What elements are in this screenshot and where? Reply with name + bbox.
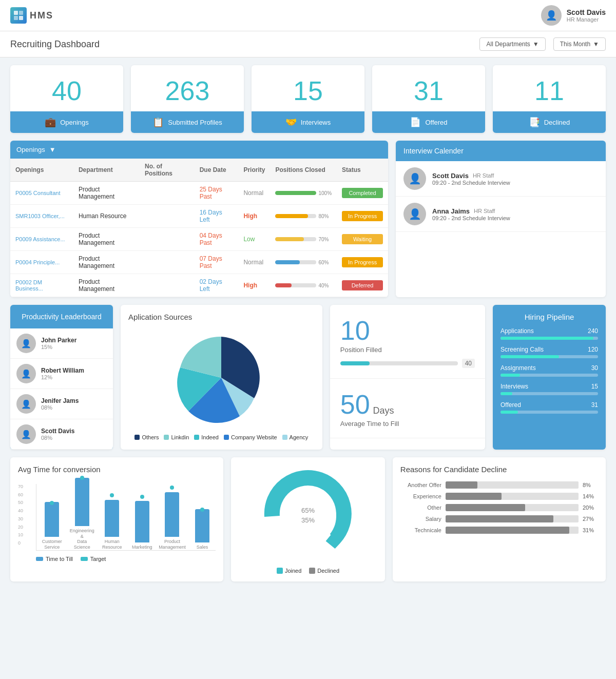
calendar-item: 👤 Anna Jaims HR Staff 09:20 - 2nd Schedu…: [396, 197, 606, 232]
bar-group: ProductManagement: [159, 486, 186, 550]
hbar-bg: [446, 493, 579, 500]
hbar-item: Other 20%: [400, 504, 598, 511]
pipeline-value: 240: [588, 327, 598, 335]
header: HMS 👤 Scott Davis HR Manager: [0, 0, 616, 31]
cell-dept: Human Resource: [73, 205, 140, 228]
table-section: Openings ▼ Openings Department No. of Po…: [10, 141, 606, 297]
leader-name: Robert William: [41, 367, 84, 374]
period-filter[interactable]: This Month ▼: [553, 37, 606, 51]
offered-number: 31: [372, 65, 485, 111]
logo-icon: [10, 7, 27, 24]
cal-info: Scott Davis HR Staff 09:20 - 2nd Schedul…: [432, 172, 510, 186]
table-row: P0004 Principle... Product Management 07…: [10, 251, 388, 274]
pipeline-value: 120: [588, 346, 598, 353]
bar-group: Engineering &Data Science: [69, 475, 96, 550]
legend-label: Agency: [290, 434, 309, 440]
pipeline-bar: [500, 411, 598, 414]
legend-item: Linkdin: [164, 434, 189, 440]
user-role: HR Manager: [567, 16, 606, 23]
bar-group: Sales: [189, 491, 216, 550]
offered-label: 📄 Offered: [372, 111, 485, 133]
cell-progress: 100%: [270, 182, 337, 205]
col-dept: Department: [73, 159, 140, 182]
cell-status: In Progress: [337, 251, 388, 274]
col-openings: Openings: [10, 159, 73, 182]
hbar-fill: [446, 481, 477, 489]
submitted-number: 263: [131, 65, 244, 111]
cell-status: In Progress: [337, 205, 388, 228]
svg-rect-1: [19, 11, 23, 15]
table-row: SMR1003 Officer,... Human Resource 16 Da…: [10, 205, 388, 228]
bar-group: CustomerService: [38, 486, 66, 550]
svg-text:35%: 35%: [301, 516, 315, 524]
department-filter[interactable]: All Departments ▼: [479, 37, 545, 51]
cell-progress: 40%: [270, 274, 337, 297]
metrics: 10 Position Filled 40 50 Days Average Ti…: [330, 305, 485, 450]
legend-dot: [224, 435, 229, 440]
position-filled-label: Position Filled: [340, 346, 475, 354]
pipeline-item: Applications 240: [500, 327, 598, 340]
chart-legend: Time to Till Target: [36, 556, 216, 562]
leader-name: Scott Davis: [41, 428, 74, 435]
interviews-label: 🤝 Interviews: [252, 111, 364, 133]
hbar-item: Experience 14%: [400, 493, 598, 500]
cell-positions: [140, 182, 195, 205]
hbar-val: 20%: [583, 505, 598, 511]
logo: HMS: [10, 7, 53, 24]
bar-group: HumanResource: [99, 486, 126, 550]
pipeline-bar-fill: [500, 355, 559, 358]
pipeline-bar-fill: [500, 411, 518, 414]
hbar-fill: [446, 504, 526, 511]
days-label: Days: [373, 405, 394, 416]
cell-status: Deferred: [337, 274, 388, 297]
hbar-chart: Another Offer 8% Experience 14% Other 20…: [400, 481, 598, 534]
navbar: Recruiting Dashboard All Departments ▼ T…: [0, 31, 616, 57]
svg-rect-3: [19, 16, 23, 20]
nav-filters: All Departments ▼ This Month ▼: [479, 37, 606, 51]
cell-id: P0009 Assistance...: [10, 228, 73, 251]
stat-card-interviews: 15 🤝 Interviews: [252, 65, 364, 133]
cal-avatar: 👤: [403, 203, 426, 225]
leader-pct: 12%: [41, 374, 84, 380]
legend-dot: [134, 435, 140, 440]
leader-info: Scott Davis 08%: [41, 428, 74, 441]
cell-positions: [140, 228, 195, 251]
hbar-label: Experience: [400, 493, 441, 499]
cal-name: Anna Jaims: [432, 207, 470, 215]
chevron-down-icon: ▼: [533, 41, 539, 48]
cell-due: 25 Days Past: [195, 182, 239, 205]
cell-status: Waiting: [337, 228, 388, 251]
page-title: Recruiting Dashboard: [10, 39, 100, 50]
leader-pct: 15%: [41, 344, 76, 350]
stat-cards: 40 💼 Openings 263 📋 Submitted Profiles 1…: [0, 57, 616, 141]
hbar-fill: [446, 493, 502, 500]
svg-rect-0: [14, 11, 18, 15]
cal-name: Scott Davis: [432, 172, 469, 180]
briefcase-icon: 💼: [45, 117, 56, 128]
cell-due: 16 Days Left: [195, 205, 239, 228]
cell-positions: [140, 251, 195, 274]
leader-avatar: 👤: [16, 334, 36, 353]
leaderboard-title: Productivity Leaderboard: [10, 305, 113, 328]
y-axis: 70 60 50 40 30 20 10 0: [18, 484, 23, 546]
cell-dept: Product Management: [73, 182, 140, 205]
position-filled-bar: 40: [340, 359, 475, 368]
target-dot: [110, 493, 114, 497]
joined-legend: Joined: [277, 568, 301, 574]
leader-avatar: 👤: [16, 394, 36, 414]
declined-color: [309, 568, 315, 574]
table-row: P0005 Consultant Product Management 25 D…: [10, 182, 388, 205]
interviews-number: 15: [252, 65, 364, 111]
cal-info: Anna Jaims HR Staff 09:20 - 2nd Schedule…: [432, 207, 510, 221]
cell-positions: [140, 205, 195, 228]
hbar-item: Salary 27%: [400, 515, 598, 522]
avg-time-conversion: Avg Time for conversion 70 60 50 40 30 2…: [10, 457, 223, 581]
pipeline-bar-fill: [500, 374, 520, 377]
openings-number: 40: [10, 65, 123, 111]
decline-reasons-title: Reasons for Candidate Decline: [400, 465, 598, 474]
target-dot: [80, 476, 84, 480]
pie-chart: [128, 326, 315, 429]
bar-fill: [135, 501, 149, 542]
cell-dept: Product Management: [73, 228, 140, 251]
leader-name: John Parker: [41, 337, 76, 344]
